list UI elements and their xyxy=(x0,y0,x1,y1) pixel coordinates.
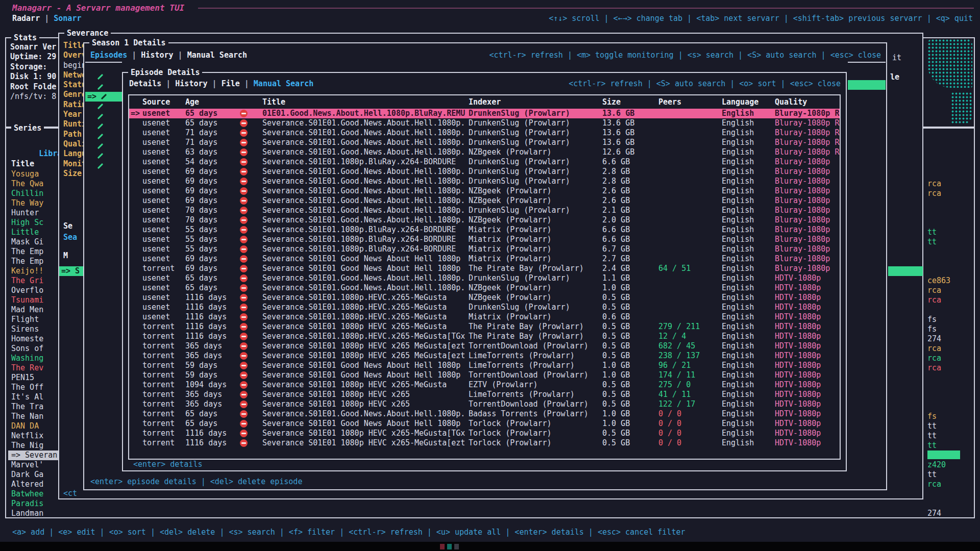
episode-row-fragment[interactable] xyxy=(85,151,122,161)
release-row[interactable]: usenet69 daysSeverance.S01E01.Good.News.… xyxy=(129,196,840,206)
release-age: 69 days xyxy=(185,177,235,186)
release-row[interactable]: torrent365 daysSeverance S01E01 1080p HE… xyxy=(129,351,840,361)
release-row[interactable]: usenet1116 daysSeverance.S01E01.1080p.HE… xyxy=(129,303,840,312)
release-row[interactable]: usenet69 daysSeverance.S01E01.Good.News.… xyxy=(129,186,840,196)
series-list-item[interactable]: Keijo!! xyxy=(8,266,61,276)
series-list-item[interactable]: Marvel' xyxy=(8,460,61,470)
release-row[interactable]: torrent1116 daysSeverance S01E01 1080p H… xyxy=(129,429,840,438)
release-row[interactable]: usenet55 daysSeverance.S01E01.1080p.BluR… xyxy=(129,235,840,244)
release-size: 0.5 GB xyxy=(602,332,658,341)
series-list-item[interactable]: The Nig xyxy=(8,441,61,450)
series-list-item[interactable]: It's Al xyxy=(8,392,61,402)
series-list-item[interactable]: The Emp xyxy=(8,257,61,266)
release-row[interactable]: torrent59 daysSeverance S01E01 Good News… xyxy=(129,370,840,380)
series-list-item[interactable]: Tsunami xyxy=(8,295,61,305)
release-row[interactable]: torrent1094 daysSeverance S01E01 1080p H… xyxy=(129,380,840,390)
series-list-item[interactable]: Yosuga xyxy=(8,169,61,179)
series-list-item[interactable]: => Severan xyxy=(8,450,61,460)
episode-row-fragment[interactable] xyxy=(85,161,122,171)
series-list-item[interactable]: Homeste xyxy=(8,334,61,344)
release-row[interactable]: torrent365 daysSeverance S01E01 1080p HE… xyxy=(129,399,840,409)
series-list-item[interactable]: Mad Men xyxy=(8,305,61,315)
release-row[interactable]: torrent365 daysSeverance S01E01 1080p HE… xyxy=(129,390,840,399)
release-row[interactable]: torrent1116 daysSeverance S01E01 1080p H… xyxy=(129,438,840,448)
servarr-tab-radarr[interactable]: Radarr xyxy=(12,14,40,23)
series-list-item[interactable]: Sons of xyxy=(8,344,61,354)
episode-tab-file[interactable]: File xyxy=(222,79,240,88)
series-list-item[interactable]: Hunter xyxy=(8,208,61,218)
release-row[interactable]: usenet55 daysSeverance.S01E01.1080p.BluR… xyxy=(129,244,840,254)
series-list-item[interactable]: High Sc xyxy=(8,218,61,228)
episode-row-fragment[interactable] xyxy=(85,102,122,111)
series-list-item[interactable]: Landman xyxy=(8,509,61,518)
episode-tab-manual-search[interactable]: Manual Search xyxy=(254,79,313,88)
series-list-item[interactable]: The Nan xyxy=(8,412,61,421)
release-row[interactable]: usenet70 daysSeverance.S01E01.Good.News.… xyxy=(129,206,840,215)
series-list-item[interactable]: Mask Gi xyxy=(8,237,61,247)
season-tab-episodes[interactable]: Episodes xyxy=(90,51,127,60)
series-list-item[interactable]: The Way xyxy=(8,198,61,208)
release-row[interactable]: usenet65 daysSeverance.S01E01.Good.News.… xyxy=(129,273,840,283)
release-rejected-cell xyxy=(235,138,262,147)
release-row[interactable]: torrent65 daysSeverance.S01E01.Good.News… xyxy=(129,409,840,419)
season-tab-manual-search[interactable]: Manual Search xyxy=(187,51,247,60)
series-list-item[interactable]: Washing xyxy=(8,354,61,363)
series-list-item[interactable]: Netflix xyxy=(8,431,61,441)
release-row[interactable]: usenet69 daysSeverance S01E01 Good News … xyxy=(129,254,840,264)
release-row[interactable]: usenet1116 daysSeverance.S01E01.1080p.HE… xyxy=(129,312,840,322)
release-rejected-cell xyxy=(235,283,262,293)
episode-row-fragment[interactable] xyxy=(85,72,122,82)
release-source: usenet xyxy=(142,244,185,254)
release-row[interactable]: torrent69 daysSeverance S01E01 Good News… xyxy=(129,264,840,273)
release-row[interactable]: usenet1116 daysSeverance.S01E01.1080p.HE… xyxy=(129,293,840,303)
series-list-item[interactable]: Flight xyxy=(8,315,61,324)
release-peers xyxy=(658,273,722,283)
release-row[interactable]: usenet54 daysSeverance.S01E01.1080p.BluR… xyxy=(129,157,840,167)
release-row[interactable]: usenet63 daysSeverance.S01E01.Good.News.… xyxy=(129,147,840,157)
series-list-item[interactable]: PEN15 xyxy=(8,373,61,383)
release-row[interactable]: torrent65 daysSeverance S01E01 Good News… xyxy=(129,419,840,429)
series-list-item[interactable]: Paradis xyxy=(8,499,61,509)
series-list-item[interactable]: The Qwa xyxy=(8,179,61,189)
release-row[interactable]: usenet71 daysSeverance.S01E01.Good.News.… xyxy=(129,138,840,147)
seasons-tab-fragment[interactable]: Sea xyxy=(63,233,77,242)
series-list-item[interactable]: The Off xyxy=(8,383,61,392)
series-list-item[interactable]: Altered xyxy=(8,480,61,489)
release-row[interactable]: usenet69 daysSeverance.S01E01.Good.News.… xyxy=(129,177,840,186)
release-row[interactable]: usenet70 daysSeverance.S01E01.Good.News.… xyxy=(129,215,840,225)
release-row[interactable]: usenet65 daysSeverance.S01E01.Good.News.… xyxy=(129,118,840,128)
series-list-item[interactable]: The Emp xyxy=(8,247,61,257)
series-list-item[interactable]: Sirens xyxy=(8,324,61,334)
episode-row-fragment[interactable] xyxy=(85,121,122,131)
season-tab-history[interactable]: History xyxy=(141,51,173,60)
episode-row-fragment[interactable]: => xyxy=(85,92,122,102)
blocked-icon xyxy=(240,178,248,185)
episode-row-fragment[interactable] xyxy=(85,112,122,121)
series-list-item[interactable]: Overflo xyxy=(8,286,61,295)
episode-tab-details[interactable]: Details xyxy=(129,79,161,88)
series-list-item[interactable]: The Rev xyxy=(8,363,61,373)
release-indexer: DrunkenSlug (Prowlarr) xyxy=(469,128,602,138)
release-row[interactable]: torrent1116 daysSeverance.S01E01.1080p.H… xyxy=(129,332,840,341)
series-list-item[interactable]: DAN DA xyxy=(8,421,61,431)
episode-row-fragment[interactable] xyxy=(85,82,122,91)
release-row[interactable]: torrent1116 daysSeverance S01E01 1080p H… xyxy=(129,322,840,332)
release-row[interactable]: usenet71 daysSeverance.S01E01.Good.News.… xyxy=(129,128,840,138)
series-list-item[interactable]: Chillin xyxy=(8,189,61,198)
release-row[interactable]: =>usenet65 days01E01.Good.News.About.Hel… xyxy=(129,109,840,118)
release-row[interactable]: usenet65 daysSeverance.S01E01.Good.News.… xyxy=(129,283,840,293)
servarr-tab-sonarr[interactable]: Sonarr xyxy=(54,14,81,23)
series-list-item[interactable]: The Gri xyxy=(8,276,61,286)
series-list-item[interactable]: Batwhee xyxy=(8,489,61,499)
release-row[interactable]: torrent59 daysSeverance S01E01 Good News… xyxy=(129,361,840,370)
episode-tab-history[interactable]: History xyxy=(175,79,207,88)
episode-row-fragment[interactable] xyxy=(85,131,122,141)
series-list-item[interactable]: Little xyxy=(8,228,61,237)
series-list-item[interactable]: The Tra xyxy=(8,402,61,412)
release-row[interactable]: usenet69 daysSeverance.S01E01.Good.News.… xyxy=(129,167,840,177)
episode-row-fragment[interactable] xyxy=(85,141,122,151)
release-source: torrent xyxy=(142,380,185,390)
series-list-item[interactable]: Dark Ga xyxy=(8,470,61,480)
release-row[interactable]: torrent365 daysSeverance S01E01 1080p HE… xyxy=(129,341,840,351)
release-row[interactable]: usenet55 daysSeverance.S01E01.1080p.BluR… xyxy=(129,225,840,235)
